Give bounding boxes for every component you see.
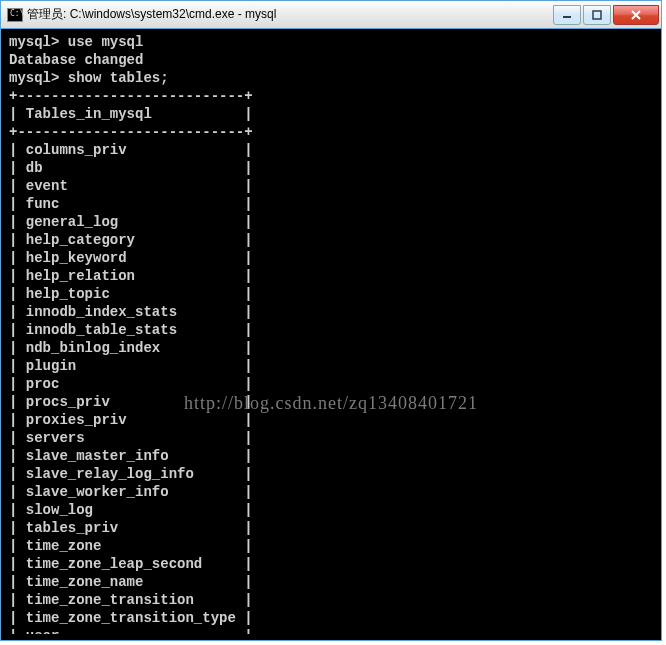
maximize-button[interactable] — [583, 5, 611, 25]
cmd-icon: C:\ — [7, 8, 23, 22]
console-window: C:\ 管理员: C:\windows\system32\cmd.exe - m… — [0, 0, 662, 641]
console-output[interactable]: mysql> use mysql Database changed mysql>… — [7, 31, 655, 634]
close-button[interactable] — [613, 5, 659, 25]
svg-rect-1 — [563, 16, 571, 18]
window-title: 管理员: C:\windows\system32\cmd.exe - mysql — [27, 6, 551, 23]
titlebar[interactable]: C:\ 管理员: C:\windows\system32\cmd.exe - m… — [1, 1, 661, 29]
window-controls — [551, 5, 659, 25]
svg-rect-2 — [593, 11, 601, 19]
minimize-button[interactable] — [553, 5, 581, 25]
